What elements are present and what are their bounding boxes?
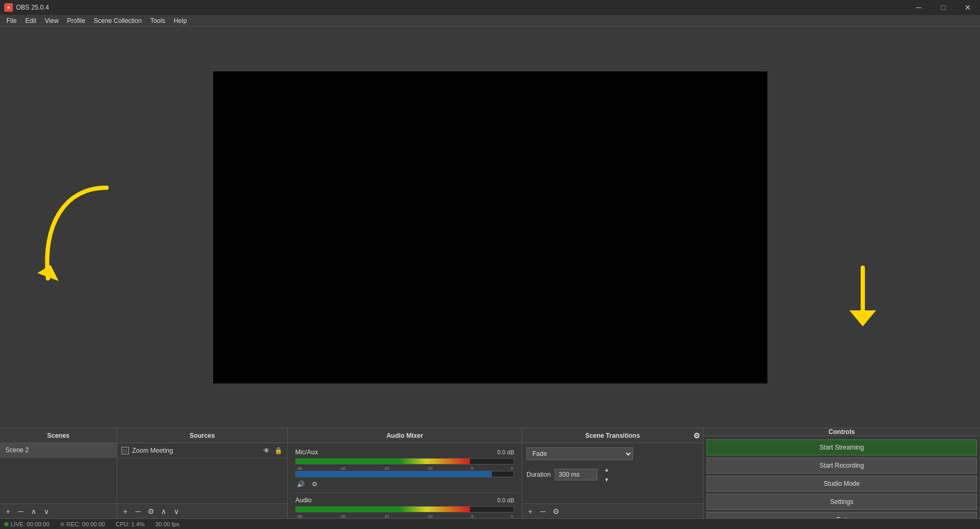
menu-help[interactable]: Help	[169, 16, 191, 26]
statusbar: LIVE: 00:00:00 REC: 00:00:00 CPU: 1.4% 3…	[0, 518, 980, 529]
mic-settings-button[interactable]: ⚙	[309, 479, 320, 490]
add-scene-button[interactable]: +	[3, 507, 13, 516]
window-controls: ─ □ ✕	[906, 0, 980, 15]
controls-content: Start Streaming Start Recording Studio M…	[703, 436, 980, 529]
audio-mixer-content: Mic/Aux 0.0 dB -60 -40 -20 -10 -5 0	[288, 443, 522, 518]
duration-label: Duration	[527, 471, 550, 478]
titlebar: ● OBS 25.0.4 ─ □ ✕	[0, 0, 980, 15]
fps-label: 30.00 fps	[155, 521, 179, 527]
source-item[interactable]: □ Zoom Meeting 👁 🔒	[117, 443, 287, 459]
remove-transition-button[interactable]: ─	[538, 507, 548, 516]
duration-decrement-button[interactable]: ▼	[602, 475, 611, 484]
mic-track-header: Mic/Aux 0.0 dB	[295, 448, 514, 456]
audio-meter-bar	[295, 506, 514, 512]
transitions-expand-button[interactable]: ⚙	[692, 431, 701, 440]
start-streaming-button[interactable]: Start Streaming	[707, 439, 977, 455]
rec-indicator	[60, 522, 64, 526]
source-visibility-button[interactable]: 👁	[262, 446, 271, 455]
start-recording-button[interactable]: Start Recording	[707, 458, 977, 474]
transitions-toolbar: + ─ ⚙	[522, 503, 703, 518]
mic-meter-bar-2	[295, 471, 514, 477]
mic-controls-row: 🔊 ⚙	[295, 479, 514, 490]
menubar: File Edit View Profile Scene Collection …	[0, 15, 980, 27]
menu-file[interactable]: File	[2, 16, 21, 26]
live-indicator	[4, 522, 9, 526]
duration-increment-button[interactable]: ▲	[602, 464, 611, 474]
source-name: Zoom Meeting	[132, 447, 173, 454]
transitions-content: Fade Duration ▲ ▼	[522, 443, 703, 503]
preview-canvas	[213, 71, 767, 383]
scene-item[interactable]: Scene 2	[0, 443, 117, 458]
mic-meter-bar	[295, 458, 514, 464]
controls-panel-title: Controls	[829, 428, 855, 436]
rec-label: REC: 00:00:00	[67, 521, 105, 527]
audio-mixer-panel: Audio Mixer Mic/Aux 0.0 dB -60 -40 -20	[288, 428, 522, 518]
status-fps: 30.00 fps	[155, 521, 179, 527]
close-button[interactable]: ✕	[955, 0, 980, 15]
svg-marker-1	[849, 310, 876, 326]
sources-panel-header: Sources	[117, 428, 287, 443]
transition-settings-button[interactable]: ⚙	[551, 507, 561, 516]
scenes-panel: Scenes Scene 2 + ─ ∧ ∨	[0, 428, 117, 518]
transitions-panel-title: Scene Transitions	[585, 432, 640, 439]
bottom-panel: Scenes Scene 2 + ─ ∧ ∨ Sources □ Zoom Me…	[0, 428, 980, 518]
mic-tick-marks: -60 -40 -20 -10 -5 0	[295, 466, 514, 471]
app-title: OBS 25.0.4	[16, 4, 976, 11]
status-cpu: CPU: 1.4%	[116, 521, 144, 527]
cpu-label: CPU: 1.4%	[116, 521, 144, 527]
audio-mixer-title: Audio Mixer	[386, 432, 423, 439]
mic-meter-fill-2	[296, 471, 492, 477]
arrow-sources-annotation	[32, 182, 128, 289]
mic-track-db: 0.0 dB	[497, 449, 514, 455]
scenes-toolbar: + ─ ∧ ∨	[0, 503, 117, 518]
status-live: LIVE: 00:00:00	[4, 521, 50, 527]
source-lock-button[interactable]: 🔒	[273, 446, 283, 455]
remove-scene-button[interactable]: ─	[16, 507, 26, 516]
sources-toolbar: + ─ ⚙ ∧ ∨	[117, 503, 287, 518]
mic-meter-fill	[296, 459, 470, 464]
audio-mixer-panel-header: Audio Mixer	[288, 428, 522, 443]
minimize-button[interactable]: ─	[906, 0, 931, 15]
scenes-panel-header: Scenes	[0, 428, 117, 443]
audio-track-mic: Mic/Aux 0.0 dB -60 -40 -20 -10 -5 0	[291, 445, 519, 493]
mic-track-name: Mic/Aux	[295, 448, 318, 456]
source-controls: 👁 🔒	[262, 446, 283, 455]
move-scene-up-button[interactable]: ∧	[29, 507, 38, 516]
settings-button[interactable]: Settings	[707, 494, 977, 510]
add-source-button[interactable]: +	[120, 507, 130, 516]
audio-track-header: Audio 0.0 dB	[295, 496, 514, 504]
app-icon: ●	[4, 3, 13, 12]
move-scene-down-button[interactable]: ∨	[42, 507, 51, 516]
transitions-panel-header: Scene Transitions ⚙	[522, 428, 703, 443]
controls-panel: Controls Start Streaming Start Recording…	[703, 428, 980, 518]
source-settings-button[interactable]: ⚙	[146, 507, 156, 516]
mic-mute-button[interactable]: 🔊	[295, 479, 306, 490]
move-source-down-button[interactable]: ∨	[172, 507, 181, 516]
add-transition-button[interactable]: +	[525, 507, 535, 516]
menu-tools[interactable]: Tools	[146, 16, 169, 26]
live-label: LIVE: 00:00:00	[11, 521, 50, 527]
audio-track-desktop: Audio 0.0 dB -60 -40 -20 -10 -5 0	[291, 493, 519, 518]
menu-scene-collection[interactable]: Scene Collection	[90, 16, 146, 26]
sources-panel: Sources □ Zoom Meeting 👁 🔒 + ─ ⚙ ∧ ∨	[117, 428, 288, 518]
source-type-icon: □	[122, 447, 129, 454]
menu-view[interactable]: View	[41, 16, 63, 26]
audio-track-db: 0.0 dB	[497, 497, 514, 503]
audio-tick-marks: -60 -40 -20 -10 -5 0	[295, 514, 514, 518]
controls-panel-header: Controls	[703, 428, 980, 436]
svg-marker-0	[37, 265, 59, 281]
status-rec: REC: 00:00:00	[60, 521, 105, 527]
studio-mode-button[interactable]: Studio Mode	[707, 476, 977, 492]
transition-type-select[interactable]: Fade	[527, 447, 633, 460]
preview-container	[0, 27, 980, 428]
scene-transitions-panel: Scene Transitions ⚙ Fade Duration ▲ ▼ +	[522, 428, 703, 518]
duration-input[interactable]	[555, 469, 597, 480]
maximize-button[interactable]: □	[931, 0, 955, 15]
menu-edit[interactable]: Edit	[21, 16, 41, 26]
sources-list: □ Zoom Meeting 👁 🔒	[117, 443, 287, 503]
audio-meter-fill	[296, 507, 470, 512]
sources-panel-title: Sources	[190, 432, 215, 439]
move-source-up-button[interactable]: ∧	[159, 507, 168, 516]
menu-profile[interactable]: Profile	[63, 16, 90, 26]
remove-source-button[interactable]: ─	[133, 507, 143, 516]
